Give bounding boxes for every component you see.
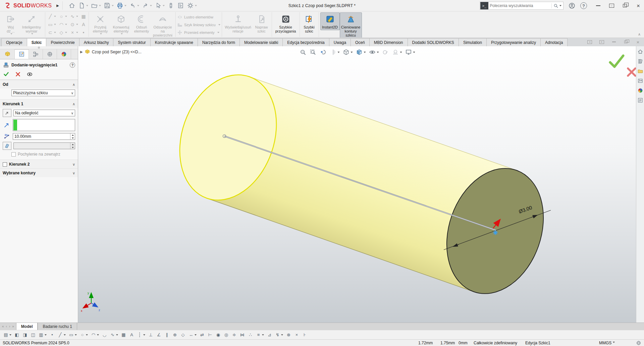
draft-outward-checkbox[interactable]	[11, 152, 16, 157]
end-condition-select[interactable]: Na odległość ∨	[13, 110, 75, 116]
dropdown-caret-icon[interactable]	[163, 5, 165, 6]
section-direction1-header[interactable]: Kierunek 1 ∧	[0, 99, 78, 108]
dropdown-caret-icon[interactable]	[124, 5, 126, 6]
tab-system-struktur[interactable]: System struktur	[113, 38, 150, 46]
dropdown-caret-icon[interactable]	[31, 33, 33, 35]
configuration-tab-icon[interactable]	[29, 49, 43, 59]
chevron-up-icon[interactable]: ∧	[72, 102, 75, 106]
dropdown-caret-icon[interactable]	[54, 24, 56, 25]
restore-button[interactable]	[622, 3, 628, 9]
search-input[interactable]	[490, 3, 551, 8]
mesh-sketch-icon[interactable]: ▦	[80, 14, 87, 19]
tab-ocen[interactable]: Oceń	[351, 38, 370, 46]
circle-tool-icon[interactable]: ○	[58, 14, 68, 19]
filter-vertices-icon[interactable]: ◫	[29, 332, 37, 338]
doc-close-icon[interactable]: ×	[635, 40, 641, 44]
equal-spacing-icon[interactable]: ≡	[255, 332, 265, 338]
redo-icon[interactable]	[141, 1, 153, 10]
units-selector[interactable]: MMGS	[599, 341, 611, 345]
appearances-icon[interactable]	[637, 87, 644, 94]
file-explorer-icon[interactable]	[637, 68, 644, 74]
merge-points-icon[interactable]: ∴	[247, 332, 254, 338]
dropdown-caret-icon[interactable]	[65, 24, 67, 25]
dimxpert-tab-icon[interactable]	[43, 49, 57, 59]
ok-check-icon[interactable]	[3, 71, 9, 77]
tab-simulation[interactable]: Simulation	[459, 38, 487, 46]
midpoint-relation-icon[interactable]: ◇	[179, 332, 187, 338]
section-direction2-header[interactable]: Kierunek 2 ∨	[0, 160, 78, 168]
dropdown-caret-icon[interactable]	[65, 16, 67, 17]
panel-splitter[interactable]	[0, 46, 78, 49]
reverse-direction-button[interactable]	[3, 109, 11, 117]
point-sketch-icon[interactable]: •	[48, 332, 56, 338]
section-contours-header[interactable]: Wybrane kontury ∨	[0, 168, 78, 177]
tab-mbd-dimension[interactable]: MBD Dimension	[369, 38, 408, 46]
quick-snaps-button[interactable]: Szybkie przyciągania	[273, 12, 298, 34]
dropdown-caret-icon[interactable]	[76, 24, 78, 25]
scroll-next-icon[interactable]: ›	[8, 325, 11, 328]
tangent-arc-icon[interactable]: ◡	[101, 332, 108, 338]
confirm-cancel-icon[interactable]	[628, 68, 635, 76]
draft-angle-field[interactable]	[13, 142, 75, 149]
line-sketch-icon[interactable]: ╱	[56, 332, 67, 338]
options-gear-icon[interactable]	[186, 1, 198, 10]
pierce-relation-icon[interactable]: ⊗	[285, 332, 292, 338]
horizontal-relation-icon[interactable]: ↔	[187, 332, 198, 338]
dropdown-caret-icon[interactable]	[10, 33, 12, 35]
tab-szkic[interactable]: Szkic	[27, 38, 47, 46]
account-button[interactable]	[568, 2, 576, 9]
dropdown-caret-icon[interactable]	[150, 5, 152, 6]
dropdown-caret-icon[interactable]	[100, 33, 102, 35]
tab-dodatki-solidworks[interactable]: Dodatki SOLIDWORKS	[408, 38, 459, 46]
tab-powierzchnie[interactable]: Powierzchnie	[46, 38, 79, 46]
dropdown-caret-icon[interactable]	[54, 16, 56, 17]
filter-faces-icon[interactable]: ◧	[13, 332, 21, 338]
triangle-relation-icon[interactable]: ⊿	[266, 332, 273, 338]
chevron-down-icon[interactable]: ∨	[72, 162, 75, 167]
open-file-icon[interactable]	[90, 1, 102, 10]
tab-arkusz-blachy[interactable]: Arkusz blachy	[79, 38, 114, 46]
spline-sketch-icon[interactable]: ∿	[109, 332, 119, 338]
line-tool-icon[interactable]: ╱	[47, 14, 57, 19]
filter-clear-icon[interactable]: ▥	[37, 332, 48, 338]
concentric-relation-icon[interactable]: ◉	[214, 332, 222, 338]
dropdown-caret-icon[interactable]	[112, 5, 114, 6]
help-icon[interactable]: ?	[70, 62, 75, 68]
offset-entities-button[interactable]: Odsuń elementy	[132, 12, 151, 34]
view-orientation-icon[interactable]	[341, 48, 354, 56]
dropdown-caret-icon[interactable]	[262, 334, 264, 336]
polygon-tool-icon[interactable]: ◇	[58, 30, 68, 35]
spin-down-icon[interactable]	[70, 136, 75, 139]
dropdown-caret-icon[interactable]	[413, 52, 415, 53]
spin-up-icon[interactable]	[70, 143, 75, 146]
tab-uwaga[interactable]: Uwaga	[329, 38, 351, 46]
dropdown-caret-icon[interactable]	[116, 334, 118, 336]
doc-minimize-icon[interactable]	[611, 40, 616, 44]
select-cursor-icon[interactable]	[154, 1, 166, 10]
breadcrumb-expand-icon[interactable]: ▶	[80, 50, 83, 54]
dropdown-caret-icon[interactable]	[137, 5, 139, 6]
dropdown-caret-icon[interactable]	[9, 334, 11, 336]
breadcrumb[interactable]: ▶ Czop pod Seger (Z3) <<D...	[80, 49, 142, 55]
tags-globe-icon[interactable]	[636, 340, 641, 346]
direction2-checkbox[interactable]	[3, 162, 7, 167]
text-tool-icon[interactable]: A	[80, 22, 87, 27]
symmetric-relation-icon[interactable]: ⇄	[198, 332, 206, 338]
design-library-icon[interactable]	[637, 58, 644, 65]
dropdown-caret-icon[interactable]	[99, 5, 101, 6]
tab-operacje[interactable]: Operacje	[1, 38, 27, 46]
quick-snap-icon[interactable]: ↯	[274, 332, 284, 338]
rectangle-tool-icon[interactable]: ▭	[47, 22, 57, 27]
view-palette-icon[interactable]	[637, 77, 644, 84]
preview-eye-icon[interactable]	[27, 71, 33, 77]
dropdown-caret-icon[interactable]	[143, 334, 145, 336]
help-button[interactable]: ?	[580, 2, 587, 9]
tab-edycja-bezposrednia[interactable]: Edycja bezpośrednia	[282, 38, 329, 46]
selection-toggle-icon[interactable]	[166, 1, 175, 10]
minimize-button[interactable]	[595, 3, 601, 9]
dropdown-caret-icon[interactable]	[351, 52, 353, 53]
intersection-curve-icon[interactable]: ⋈	[238, 332, 246, 338]
rectangle-sketch-icon[interactable]: ▭	[67, 332, 78, 338]
dropdown-caret-icon[interactable]	[75, 334, 77, 336]
section-view-icon[interactable]	[328, 48, 340, 56]
